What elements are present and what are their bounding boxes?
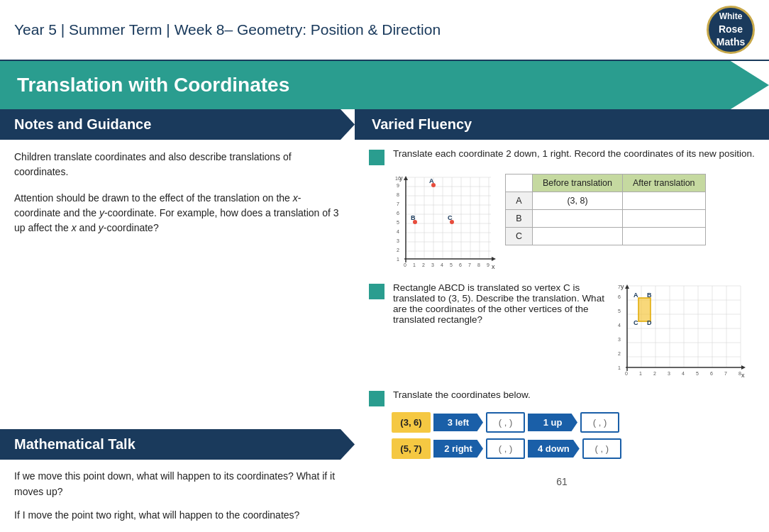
svg-text:4: 4 bbox=[397, 229, 399, 234]
svg-text:3: 3 bbox=[397, 238, 399, 243]
svg-text:4: 4 bbox=[441, 262, 443, 267]
notes-content: Children translate coordinates and also … bbox=[0, 140, 355, 423]
notes-header: Notes and Guidance bbox=[0, 109, 355, 140]
svg-text:x: x bbox=[492, 263, 495, 270]
svg-text:C: C bbox=[448, 214, 453, 221]
activity2-svg: x y 0 1 2 3 4 5 6 7 8 1 2 3 bbox=[613, 282, 751, 382]
activity-2: Rectangle ABCD is translated so vertex C… bbox=[369, 282, 755, 384]
grid-table-row: x y 0 1 2 3 4 5 6 7 8 9 bbox=[392, 174, 755, 275]
svg-text:1: 1 bbox=[639, 371, 642, 376]
svg-text:10: 10 bbox=[395, 176, 401, 181]
grid-svg: x y 0 1 2 3 4 5 6 7 8 9 bbox=[392, 174, 498, 273]
end-coord-2: ( , ) bbox=[582, 438, 621, 459]
arrow-row-1: (3, 6) 3 left ( , ) 1 up ( , ) bbox=[392, 412, 755, 433]
svg-text:8: 8 bbox=[397, 192, 399, 197]
main-content: Notes and Guidance Children translate co… bbox=[0, 109, 769, 532]
svg-text:1: 1 bbox=[618, 365, 621, 370]
svg-text:5: 5 bbox=[450, 262, 453, 267]
arrow2-label-2: 4 down bbox=[528, 440, 580, 458]
svg-text:8: 8 bbox=[738, 371, 741, 376]
coord-grid: x y 0 1 2 3 4 5 6 7 8 9 bbox=[392, 174, 498, 275]
svg-text:6: 6 bbox=[459, 262, 462, 267]
activity2-grid: x y 0 1 2 3 4 5 6 7 8 1 2 3 bbox=[613, 282, 755, 384]
svg-text:A: A bbox=[634, 292, 638, 299]
svg-text:C: C bbox=[634, 319, 638, 326]
svg-text:3: 3 bbox=[431, 262, 434, 267]
table-col1: Before translation bbox=[533, 174, 623, 192]
activity1-icon bbox=[369, 150, 384, 165]
logo: White Rose Maths bbox=[707, 6, 755, 54]
svg-text:0: 0 bbox=[404, 262, 406, 267]
top-header: Year 5 | Summer Term | Week 8– Geometry:… bbox=[0, 0, 769, 61]
mid-coord-1: ( , ) bbox=[486, 412, 525, 433]
svg-text:7: 7 bbox=[724, 371, 727, 376]
start-coord-2: (5, 7) bbox=[392, 438, 431, 459]
mid-coord-2: ( , ) bbox=[486, 438, 525, 459]
svg-text:9: 9 bbox=[487, 262, 489, 267]
svg-marker-70 bbox=[625, 284, 629, 289]
svg-text:7: 7 bbox=[618, 284, 621, 289]
left-column: Notes and Guidance Children translate co… bbox=[0, 109, 355, 532]
activity1-text: Translate each coordinate 2 down, 1 righ… bbox=[393, 148, 755, 165]
svg-text:B: B bbox=[411, 214, 416, 221]
svg-text:6: 6 bbox=[618, 294, 621, 299]
arrow-row-2: (5, 7) 2 right ( , ) 4 down ( , ) bbox=[392, 438, 755, 459]
vf-header: Varied Fluency bbox=[355, 109, 769, 140]
svg-marker-23 bbox=[492, 257, 496, 261]
end-coord-1: ( , ) bbox=[580, 412, 619, 433]
svg-text:1: 1 bbox=[413, 262, 416, 267]
talk-q1: If we move this point down, what will ha… bbox=[14, 468, 341, 500]
math-talk-section: Mathematical Talk If we move this point … bbox=[0, 429, 355, 532]
activity-1: Translate each coordinate 2 down, 1 righ… bbox=[369, 148, 755, 165]
table-row: C bbox=[506, 228, 706, 245]
activity2-left: Rectangle ABCD is translated so vertex C… bbox=[393, 282, 604, 325]
svg-text:3: 3 bbox=[618, 337, 621, 342]
arrow-flow-section: (3, 6) 3 left ( , ) 1 up ( , ) (5, 7) 2 … bbox=[392, 412, 755, 459]
svg-text:B: B bbox=[647, 292, 652, 299]
svg-marker-22 bbox=[404, 176, 408, 180]
svg-text:5: 5 bbox=[696, 371, 699, 376]
svg-text:6: 6 bbox=[710, 371, 713, 376]
table-row: B bbox=[506, 210, 706, 228]
page-number: 61 bbox=[355, 473, 769, 490]
notes-para1: Children translate coordinates and also … bbox=[14, 150, 341, 179]
svg-text:4: 4 bbox=[618, 323, 621, 328]
activity2-icon bbox=[369, 284, 384, 299]
activity-3: Translate the coordinates below. bbox=[369, 389, 755, 406]
table-row: A (3, 8) bbox=[506, 192, 706, 210]
svg-text:0: 0 bbox=[625, 371, 628, 376]
activity3-text: Translate the coordinates below. bbox=[393, 389, 531, 400]
arrow2-label-1: 1 up bbox=[528, 414, 577, 431]
header-title: Year 5 | Summer Term | Week 8– Geometry:… bbox=[14, 21, 441, 38]
svg-text:5: 5 bbox=[618, 309, 621, 314]
start-coord-1: (3, 6) bbox=[392, 412, 431, 433]
vf-content: Translate each coordinate 2 down, 1 righ… bbox=[355, 140, 769, 473]
table-col2: After translation bbox=[623, 174, 706, 192]
svg-text:4: 4 bbox=[682, 371, 685, 376]
arrow1-label-1: 3 left bbox=[433, 414, 483, 431]
svg-text:9: 9 bbox=[397, 183, 399, 188]
talk-q2: If I move the point two right, what will… bbox=[14, 507, 341, 523]
svg-text:6: 6 bbox=[397, 211, 399, 216]
svg-text:2: 2 bbox=[618, 351, 621, 356]
svg-text:x: x bbox=[741, 372, 745, 379]
title-banner: Translation with Coordinates bbox=[0, 61, 769, 109]
math-talk-header: Mathematical Talk bbox=[0, 429, 355, 460]
svg-text:3: 3 bbox=[668, 371, 670, 376]
math-talk-content: If we move this point down, what will ha… bbox=[0, 460, 355, 532]
svg-text:2: 2 bbox=[422, 262, 425, 267]
right-column: Varied Fluency Translate each coordinate… bbox=[355, 109, 769, 532]
svg-text:8: 8 bbox=[477, 262, 480, 267]
svg-text:2: 2 bbox=[397, 248, 399, 253]
svg-text:5: 5 bbox=[397, 220, 399, 225]
notes-para2: Attention should be drawn to the effect … bbox=[14, 191, 341, 235]
svg-text:D: D bbox=[647, 319, 652, 326]
svg-text:1: 1 bbox=[397, 257, 399, 262]
svg-text:7: 7 bbox=[397, 201, 399, 206]
svg-text:7: 7 bbox=[468, 262, 471, 267]
svg-marker-71 bbox=[741, 365, 746, 370]
translation-table: Before translation After translation A (… bbox=[505, 174, 706, 245]
arrow1-label-2: 2 right bbox=[433, 440, 483, 458]
svg-text:y: y bbox=[621, 283, 624, 290]
activity3-icon bbox=[369, 391, 384, 406]
